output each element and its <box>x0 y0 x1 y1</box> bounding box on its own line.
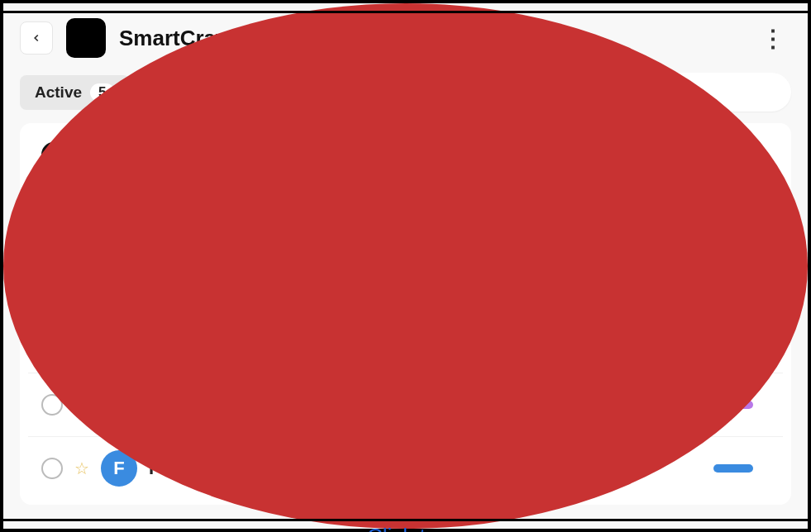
header: SmartCrawl Pro ⋮ <box>20 18 791 58</box>
back-button[interactable] <box>20 21 53 55</box>
chevron-left-icon <box>31 32 42 44</box>
app-logo-icon <box>3 3 808 529</box>
status-badge <box>713 464 753 473</box>
tab-active-label: Active <box>35 83 82 102</box>
app-icon <box>66 18 106 58</box>
row-checkbox[interactable] <box>41 458 63 479</box>
more-menu-button[interactable]: ⋮ <box>755 25 791 52</box>
star-icon[interactable]: ☆ <box>74 458 89 478</box>
